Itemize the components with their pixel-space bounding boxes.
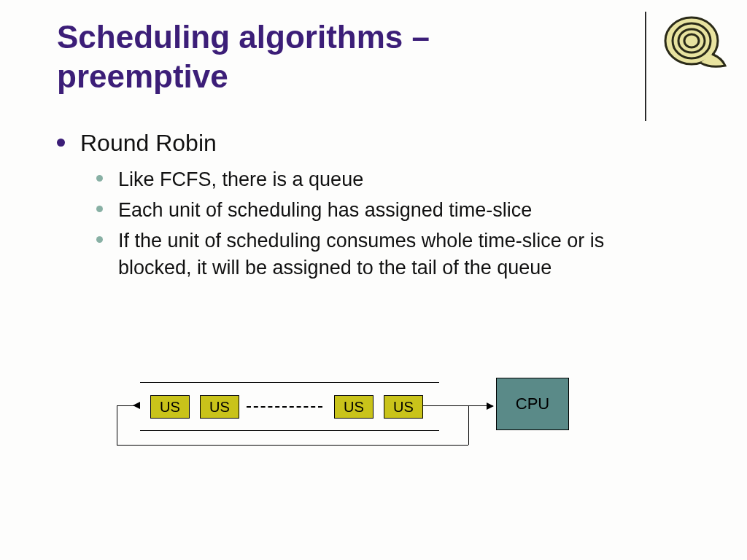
queue-item: US xyxy=(334,395,374,419)
slide-title: Scheduling algorithms – preemptive xyxy=(57,18,582,96)
queue-item: US xyxy=(150,395,190,419)
bullet-sub: If the unit of scheduling consumes whole… xyxy=(96,228,662,281)
bullet-sub: Each unit of scheduling has assigned tim… xyxy=(96,197,662,223)
queue-border-top xyxy=(140,382,439,383)
queue-item: US xyxy=(384,395,423,419)
bullet-main: Round Robin Like FCFS, there is a queue … xyxy=(57,128,662,281)
cpu-box: CPU xyxy=(496,378,569,430)
dispatch-arrow xyxy=(423,405,493,406)
bullet-main-text: Round Robin xyxy=(80,130,217,156)
round-robin-diagram: US US US US CPU xyxy=(117,382,584,470)
feedback-line xyxy=(117,405,117,445)
snail-icon xyxy=(661,13,727,71)
slide-content: Round Robin Like FCFS, there is a queue … xyxy=(57,128,662,285)
title-divider xyxy=(645,12,646,121)
queue-ellipsis xyxy=(247,406,322,408)
feedback-line xyxy=(468,405,469,445)
queue-item: US xyxy=(200,395,239,419)
bullet-sub: Like FCFS, there is a queue xyxy=(96,166,662,192)
queue-border-bottom xyxy=(140,430,439,431)
feedback-arrowhead xyxy=(133,402,140,409)
feedback-line xyxy=(117,445,468,446)
